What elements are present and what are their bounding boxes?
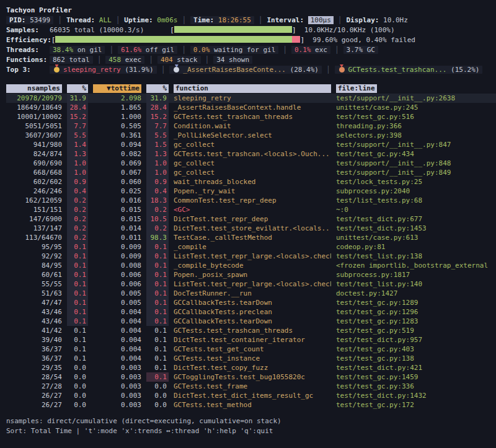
functions-stack: 404 stack [157, 56, 201, 64]
silver-medal-icon [174, 67, 179, 72]
cumulative-pct-cell: 0.0 [146, 391, 169, 400]
table-row: 137/1470.20.0140.2DictTest.test_store_ev… [6, 224, 496, 233]
tottime-cell: 0.015 [93, 205, 141, 214]
nsamples-cell: 51/63 [6, 289, 62, 298]
cumulative-pct-cell: 18.3 [146, 196, 169, 205]
function-cell: sleeping_retry [174, 94, 331, 103]
direct-pct-cell: 0.1 [67, 270, 88, 279]
direct-pct-cell: 1.0 [67, 159, 88, 168]
direct-pct-cell: 0.1 [67, 326, 88, 335]
nsamples-cell: 36/37 [6, 345, 62, 354]
functions-label: Functions: [6, 55, 50, 65]
thread-value[interactable]: ALL [99, 16, 112, 24]
file-line-cell: test/test_gc.py:336 [336, 382, 496, 391]
tottime-cell: 0.015 [93, 214, 141, 224]
tottime-cell: 0.011 [93, 233, 141, 242]
cumulative-pct-cell: 0.1 [146, 363, 169, 372]
file-line-cell: test/test_dict.py:957 [336, 335, 496, 345]
separator: │ [177, 46, 190, 54]
top3-pct: (28.4%) [290, 66, 319, 74]
function-cell: Condition.wait [174, 121, 331, 131]
nsamples-cell: 36/37 [6, 354, 62, 363]
pid-field: PID: 53499 [6, 16, 53, 24]
direct-pct-cell: 0.1 [67, 345, 88, 354]
tottime-cell: 0.004 [93, 307, 141, 317]
table-row: 95/950.10.0090.1_compilecodeop.py:81 [6, 242, 496, 252]
function-cell: GCTests.test_method [174, 400, 331, 410]
cumulative-pct-cell: 0.1 [146, 372, 169, 382]
waiting-gil-pct: 0.0% [193, 46, 210, 54]
function-cell: _compile_bytecode [174, 261, 331, 270]
column-header-direct-pct[interactable]: % [67, 84, 88, 93]
cumulative-pct-cell: 0.1 [146, 289, 169, 298]
efficiency-bar [55, 36, 300, 43]
threads-label: Threads: [6, 45, 50, 55]
nsamples-cell: 26/27 [6, 391, 62, 400]
file-line-cell: subprocess.py:2040 [336, 187, 496, 196]
direct-pct-cell: 0.2 [67, 205, 88, 214]
uptime-label: Uptime: [124, 16, 153, 24]
threads-exc: 0.1% exc [291, 46, 330, 54]
status-bar: PID: 53499│Thread: ALL│Uptime: 0m06s│Tim… [6, 15, 496, 25]
cumulative-pct-cell: 0.0 [146, 382, 169, 391]
direct-pct-cell: 0.1 [67, 335, 88, 345]
function-cell: Popen._posix_spawn [174, 270, 331, 279]
file-line-cell: subprocess.py:1817 [336, 270, 496, 279]
waiting-gil-text: waiting for gil [210, 46, 275, 54]
efficiency-label: Efficiency: [6, 36, 51, 44]
functions-shown-value: 34 [216, 56, 224, 64]
function-cell: _compile [174, 242, 331, 252]
direct-pct-cell: 0.0 [67, 391, 88, 400]
file-line-cell: test/test_gc.py:516 [336, 112, 496, 121]
direct-pct-cell: 0.0 [67, 363, 88, 372]
tottime-cell: 0.003 [93, 400, 141, 410]
functions-exec-value: 458 [108, 56, 121, 64]
function-cell: GCTests.test_trashcan_threads [174, 326, 331, 335]
column-header-tottime-sorted[interactable]: ▼tottime [93, 84, 141, 93]
file-line-cell: test/test_gc.py:1289 [336, 298, 496, 307]
column-header-cumulative-pct[interactable]: % [146, 84, 169, 93]
nsamples-cell: 10001/10002 [6, 112, 62, 121]
file-line-cell: doctest.py:1427 [336, 289, 496, 298]
nsamples-cell: 246/246 [6, 187, 62, 196]
table-row: 47/470.10.0050.1GCCallbackTests.tearDown… [6, 298, 496, 307]
column-header-function[interactable]: function [174, 84, 331, 93]
bar-open-bracket: [ [170, 26, 174, 34]
function-cell: Popen._try_wait [174, 187, 331, 196]
interval-value: 100µs [308, 16, 334, 24]
functions-shown: 34 shown [213, 56, 252, 64]
function-cell: gc_collect [174, 140, 331, 149]
column-header-nsamples[interactable]: nsamples [6, 84, 62, 93]
function-cell: DictTest.test_dict_items_result_gc [174, 391, 331, 400]
table-row: 20978/2097931.92.09831.9sleeping_retryte… [6, 94, 496, 103]
function-cell: wait_threads_blocked [174, 177, 331, 187]
efficiency-row: Efficiency:[] 99.60% good, 0.40% failed [6, 35, 496, 45]
bar-close-bracket: ] [292, 26, 296, 34]
column-header-file-line[interactable]: file:line [336, 84, 377, 93]
file-line-cell: test/test_gc.py:434 [336, 149, 496, 159]
nsamples-cell: 113/64670 [6, 233, 62, 242]
cumulative-pct-cell: 0.1 [146, 261, 169, 270]
functions-row: Functions:862 total│458 exec│404 stack│3… [6, 55, 496, 65]
direct-pct-cell: 0.9 [67, 177, 88, 187]
file-line-cell: codeop.py:81 [336, 242, 496, 252]
file-line-cell: test/test_gc.py:1459 [336, 372, 496, 382]
nsamples-cell: 55/55 [6, 279, 62, 289]
top3-label: Top 3: [6, 65, 50, 75]
table-row: 147/69000.20.01510.5DictTest.test_repr_d… [6, 214, 496, 224]
table-row: 43/460.10.0040.1GCCallbackTests.preclean… [6, 307, 496, 317]
direct-pct-cell: 0.1 [67, 354, 88, 363]
cumulative-pct-cell: 0.1 [146, 345, 169, 354]
app-title: Tachyon Profiler [6, 6, 496, 15]
file-line-cell: test/lock_tests.py:25 [336, 177, 496, 187]
functions-total-value: 862 [53, 56, 65, 64]
threads-row: Threads:38.4% on gil│61.6% off gil│0.0% … [6, 45, 496, 55]
function-cell: ListTest.test_repr_large.<locals>.check [174, 252, 331, 261]
tottime-cell: 0.005 [93, 298, 141, 307]
direct-pct-cell: 7.7 [67, 121, 88, 131]
table-row: 26/270.00.0030.0DictTest.test_dict_items… [6, 391, 496, 400]
cumulative-pct-cell: 1.5 [146, 140, 169, 149]
bar-close-bracket: ] [300, 36, 304, 44]
tottime-cell: 2.098 [93, 94, 141, 103]
nsamples-cell: 47/47 [6, 298, 62, 307]
